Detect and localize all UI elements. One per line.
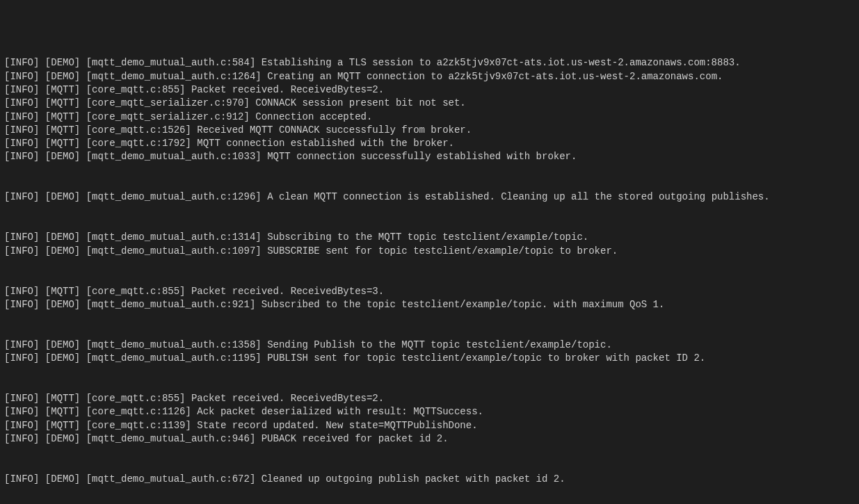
blank-line <box>4 365 855 378</box>
log-message: Packet received. ReceivedBytes=2. <box>191 84 384 95</box>
log-line: [INFO] [DEMO] [mqtt_demo_mutual_auth.c:5… <box>4 56 855 70</box>
log-level: INFO <box>10 352 33 364</box>
log-level: INFO <box>10 57 33 68</box>
log-category: MQTT <box>51 406 74 417</box>
log-source: mqtt_demo_mutual_auth.c:1314 <box>92 231 255 243</box>
log-line: [INFO] [DEMO] [mqtt_demo_mutual_auth.c:9… <box>4 432 855 446</box>
log-category: MQTT <box>51 84 74 95</box>
log-level: INFO <box>10 71 33 82</box>
log-line: [INFO] [DEMO] [mqtt_demo_mutual_auth.c:1… <box>4 231 855 244</box>
log-level: INFO <box>10 231 33 243</box>
log-category: DEMO <box>51 339 74 350</box>
log-line: [INFO] [MQTT] [core_mqtt.c:855] Packet r… <box>4 83 855 97</box>
log-source: core_mqtt_serializer.c:912 <box>92 111 243 122</box>
log-category: DEMO <box>51 433 74 444</box>
log-line: [INFO] [MQTT] [core_mqtt_serializer.c:97… <box>4 97 855 110</box>
log-category: DEMO <box>51 151 74 162</box>
log-message: MQTT connection established with the bro… <box>197 138 454 149</box>
log-source: core_mqtt.c:855 <box>92 393 179 404</box>
log-source: mqtt_demo_mutual_auth.c:921 <box>92 299 250 310</box>
blank-line <box>4 446 855 459</box>
log-source: core_mqtt.c:1526 <box>92 124 185 136</box>
log-level: INFO <box>10 97 33 108</box>
log-level: INFO <box>10 245 33 257</box>
log-category: DEMO <box>51 231 74 243</box>
blank-line <box>4 311 855 325</box>
log-category: DEMO <box>51 71 74 82</box>
log-category: DEMO <box>51 352 74 364</box>
log-category: MQTT <box>51 286 74 297</box>
log-level: INFO <box>10 299 33 310</box>
log-source: mqtt_demo_mutual_auth.c:1358 <box>92 339 255 350</box>
log-level: INFO <box>10 473 33 485</box>
blank-line <box>4 271 855 284</box>
blank-line <box>4 258 855 271</box>
log-message: Received MQTT CONNACK successfully from … <box>197 124 472 136</box>
log-message: Packet received. ReceivedBytes=2. <box>191 393 384 404</box>
log-level: INFO <box>10 124 33 136</box>
log-source: mqtt_demo_mutual_auth.c:584 <box>92 57 250 68</box>
blank-line <box>4 460 855 473</box>
log-line: [INFO] [MQTT] [core_mqtt.c:1139] State r… <box>4 419 855 432</box>
log-category: DEMO <box>51 299 74 310</box>
log-line: [INFO] [MQTT] [core_mqtt.c:1526] Receive… <box>4 124 855 137</box>
log-message: PUBACK received for packet id 2. <box>262 433 449 444</box>
blank-line <box>4 486 855 499</box>
log-category: MQTT <box>51 393 74 404</box>
log-category: MQTT <box>51 420 74 431</box>
log-line: [INFO] [DEMO] [mqtt_demo_mutual_auth.c:1… <box>4 352 855 365</box>
log-source: core_mqtt.c:1139 <box>92 420 185 431</box>
log-message: Subscribed to the topic testclient/examp… <box>262 299 665 310</box>
log-message: PUBLISH sent for topic testclient/exampl… <box>267 352 705 364</box>
log-category: DEMO <box>51 57 74 68</box>
log-line: [INFO] [MQTT] [core_mqtt.c:1126] Ack pac… <box>4 405 855 418</box>
log-source: mqtt_demo_mutual_auth.c:672 <box>92 473 250 485</box>
log-category: MQTT <box>51 138 74 149</box>
log-message: Subscribing to the MQTT topic testclient… <box>267 231 588 243</box>
blank-line <box>4 177 855 190</box>
log-line: [INFO] [MQTT] [core_mqtt.c:1792] MQTT co… <box>4 137 855 150</box>
log-output: [INFO] [DEMO] [mqtt_demo_mutual_auth.c:5… <box>4 56 855 504</box>
log-line: [INFO] [DEMO] [mqtt_demo_mutual_auth.c:1… <box>4 150 855 163</box>
log-message: Ack packet deserialized with result: MQT… <box>197 406 483 417</box>
log-source: core_mqtt.c:1792 <box>92 138 185 149</box>
log-level: INFO <box>10 420 33 431</box>
log-line: [INFO] [MQTT] [core_mqtt.c:855] Packet r… <box>4 392 855 405</box>
log-source: mqtt_demo_mutual_auth.c:1264 <box>92 71 255 82</box>
log-level: INFO <box>10 406 33 417</box>
log-message: Cleaned up outgoing publish packet with … <box>262 473 565 485</box>
log-message: MQTT connection successfully established… <box>267 151 577 162</box>
log-source: core_mqtt.c:1126 <box>92 406 185 417</box>
log-source: mqtt_demo_mutual_auth.c:1033 <box>92 151 255 162</box>
log-message: A clean MQTT connection is established. … <box>267 191 770 202</box>
log-category: MQTT <box>51 124 74 136</box>
log-level: INFO <box>10 111 33 122</box>
log-line: [INFO] [MQTT] [core_mqtt.c:855] Packet r… <box>4 285 855 298</box>
log-source: core_mqtt.c:855 <box>92 286 179 297</box>
log-line: [INFO] [DEMO] [mqtt_demo_mutual_auth.c:1… <box>4 70 855 83</box>
log-line: [INFO] [DEMO] [mqtt_demo_mutual_auth.c:1… <box>4 190 855 204</box>
log-category: MQTT <box>51 111 74 122</box>
log-source: mqtt_demo_mutual_auth.c:1296 <box>92 191 255 202</box>
log-message: SUBSCRIBE sent for topic testclient/exam… <box>267 245 618 257</box>
log-level: INFO <box>10 84 33 95</box>
log-level: INFO <box>10 339 33 350</box>
blank-line <box>4 325 855 339</box>
log-source: mqtt_demo_mutual_auth.c:1097 <box>92 245 255 257</box>
log-level: INFO <box>10 286 33 297</box>
log-category: MQTT <box>51 97 74 108</box>
log-line: [INFO] [MQTT] [core_mqtt_serializer.c:91… <box>4 111 855 124</box>
blank-line <box>4 164 855 177</box>
log-level: INFO <box>10 151 33 162</box>
log-source: core_mqtt_serializer.c:970 <box>92 97 243 108</box>
blank-line <box>4 500 855 504</box>
log-level: INFO <box>10 138 33 149</box>
log-message: Establishing a TLS session to a2zk5tjv9x… <box>262 57 741 68</box>
log-source: mqtt_demo_mutual_auth.c:946 <box>92 433 250 444</box>
log-message: State record updated. New state=MQTTPubl… <box>197 420 477 431</box>
log-line: [INFO] [DEMO] [mqtt_demo_mutual_auth.c:6… <box>4 473 855 486</box>
log-source: core_mqtt.c:855 <box>92 84 179 95</box>
log-level: INFO <box>10 433 33 444</box>
log-source: mqtt_demo_mutual_auth.c:1195 <box>92 352 255 364</box>
log-level: INFO <box>10 191 33 202</box>
